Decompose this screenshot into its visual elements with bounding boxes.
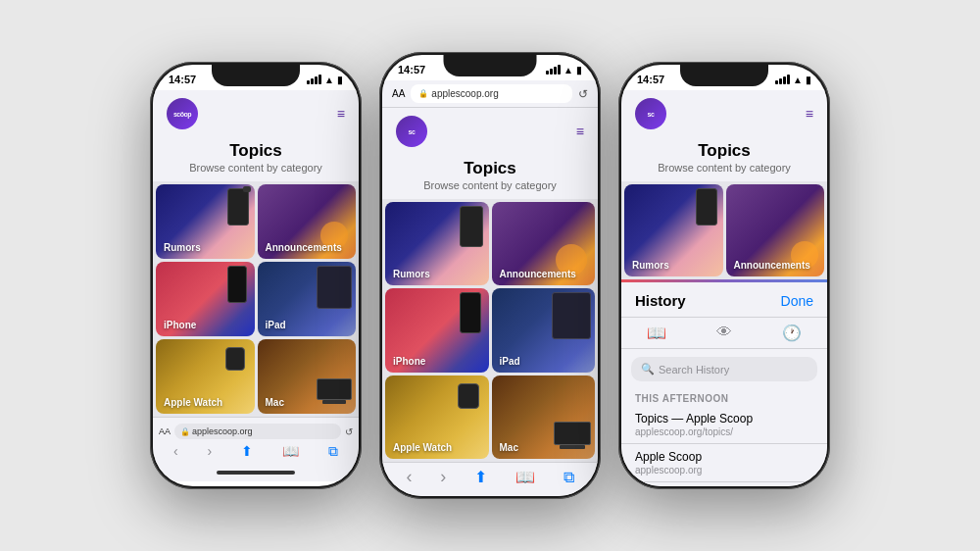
page-subtitle-1: Browse content by category bbox=[153, 162, 359, 174]
history-item-2[interactable]: about:blank about:blank bbox=[621, 482, 827, 486]
topic-card-rumors-1[interactable]: Rumors bbox=[156, 184, 255, 259]
topic-card-announcements-2[interactable]: Announcements bbox=[492, 202, 596, 285]
battery-icon-2: ▮ bbox=[576, 65, 582, 75]
app-logo-2: sc bbox=[396, 116, 427, 147]
topic-card-mac-2[interactable]: Mac bbox=[492, 376, 596, 459]
url-text-1: applescoop.org bbox=[192, 426, 253, 436]
topic-card-announcements-3[interactable]: Announcements bbox=[726, 184, 825, 276]
menu-icon-3[interactable]: ≡ bbox=[806, 106, 813, 122]
lock-icon-2: 🔒 bbox=[418, 89, 428, 98]
page-subtitle-2: Browse content by category bbox=[382, 179, 598, 191]
url-bar-1[interactable]: 🔒 applescoop.org bbox=[174, 424, 341, 439]
forward-icon-1[interactable]: › bbox=[208, 443, 213, 460]
topic-card-applewatch-1[interactable]: Apple Watch bbox=[156, 339, 255, 414]
history-done-button[interactable]: Done bbox=[781, 293, 813, 309]
back-icon-2[interactable]: ‹ bbox=[406, 467, 412, 487]
history-search[interactable]: 🔍 Search History bbox=[631, 357, 817, 381]
topic-label-iphone-1: iPhone bbox=[164, 320, 196, 330]
page-title-section-1: Topics Browse content by category bbox=[153, 137, 359, 181]
topic-card-ipad-1[interactable]: iPad bbox=[258, 262, 357, 336]
home-indicator-2 bbox=[382, 491, 598, 496]
topic-card-iphone-2[interactable]: iPhone bbox=[385, 288, 489, 372]
bottom-bar-1: AA 🔒 applescoop.org ↺ ‹ › ⬆ 📖 ⧉ bbox=[153, 417, 359, 464]
topic-card-rumors-2[interactable]: Rumors bbox=[385, 202, 489, 285]
app-header-2: sc ≡ bbox=[382, 108, 598, 155]
page-title-2: Topics bbox=[382, 159, 598, 178]
lock-icon-1: 🔒 bbox=[180, 427, 190, 436]
phone-1: 14:57 ▲ ▮ scöop ≡ bbox=[150, 62, 362, 489]
page-title-section-3: Topics Browse content by category bbox=[621, 137, 827, 181]
history-item-title-1: Apple Scoop bbox=[635, 450, 813, 464]
url-text-2: applescoop.org bbox=[431, 88, 498, 99]
topic-card-rumors-3[interactable]: Rumors bbox=[624, 184, 723, 276]
page-title-1: Topics bbox=[153, 141, 359, 161]
topic-label-rumors-3: Rumors bbox=[632, 260, 669, 271]
topic-card-mac-1[interactable]: Mac bbox=[258, 339, 357, 414]
safari-url-bar-2[interactable]: 🔒 applescoop.org bbox=[411, 84, 572, 103]
page-title-section-2: Topics Browse content by category bbox=[382, 155, 598, 199]
history-section-header: This Afternoon bbox=[621, 389, 827, 406]
forward-icon-2[interactable]: › bbox=[440, 467, 446, 487]
time-3: 14:57 bbox=[637, 74, 664, 85]
notch-3 bbox=[680, 65, 768, 86]
history-tabs: 📖 👁 🕐 bbox=[621, 318, 827, 349]
bookmarks-icon-2[interactable]: 📖 bbox=[515, 468, 535, 486]
bookmarks-icon-1[interactable]: 📖 bbox=[282, 443, 299, 460]
menu-icon-1[interactable]: ≡ bbox=[337, 106, 345, 122]
back-icon-1[interactable]: ‹ bbox=[173, 443, 178, 460]
topic-label-ipad-1: iPad bbox=[266, 320, 286, 330]
wifi-icon-1: ▲ bbox=[324, 75, 334, 85]
safari-header-2: AA 🔒 applescoop.org ↺ bbox=[382, 80, 598, 108]
battery-icon-1: ▮ bbox=[337, 75, 343, 85]
topic-label-announcements-3: Announcements bbox=[734, 260, 810, 271]
history-item-url-0: applescoop.org/topics/ bbox=[635, 426, 813, 437]
notch-1 bbox=[212, 65, 300, 86]
bottom-icons-1: ‹ › ⬆ 📖 ⧉ bbox=[159, 443, 353, 460]
history-item-0[interactable]: Topics — Apple Scoop applescoop.org/topi… bbox=[621, 406, 827, 444]
app-header-1: scöop ≡ bbox=[153, 90, 359, 137]
signal-icon-3 bbox=[775, 75, 790, 84]
topic-label-ipad-2: iPad bbox=[500, 356, 520, 367]
time-1: 14:57 bbox=[169, 74, 196, 85]
search-icon: 🔍 bbox=[641, 363, 655, 376]
topic-card-iphone-1[interactable]: iPhone bbox=[156, 262, 255, 336]
topics-grid-1: Rumors Announcements iPhone iPad bbox=[153, 181, 359, 417]
history-panel: History Done 📖 👁 🕐 🔍 Search History This… bbox=[621, 282, 827, 486]
reload-icon-1[interactable]: ↺ bbox=[345, 426, 353, 437]
topic-card-ipad-2[interactable]: iPad bbox=[492, 288, 596, 372]
time-2: 14:57 bbox=[398, 64, 425, 75]
history-header: History Done bbox=[621, 282, 827, 318]
reload-icon-2[interactable]: ↺ bbox=[578, 87, 588, 101]
reading-list-tab-icon[interactable]: 👁 bbox=[716, 324, 732, 342]
topic-card-announcements-1[interactable]: Announcements bbox=[258, 184, 357, 259]
topic-label-announcements-1: Announcements bbox=[266, 242, 342, 253]
history-item-url-1: applescoop.org bbox=[635, 465, 813, 476]
topic-label-rumors-1: Rumors bbox=[164, 242, 201, 253]
share-icon-2[interactable]: ⬆ bbox=[474, 468, 487, 486]
history-item-1[interactable]: Apple Scoop applescoop.org bbox=[621, 444, 827, 482]
page-title-3: Topics bbox=[621, 141, 827, 161]
aa-label-1[interactable]: AA bbox=[159, 426, 171, 436]
phone-3: 14:57 ▲ ▮ sc ≡ bbox=[618, 62, 830, 489]
share-icon-1[interactable]: ⬆ bbox=[241, 443, 253, 460]
wifi-icon-2: ▲ bbox=[564, 65, 573, 75]
topic-label-mac-1: Mac bbox=[266, 397, 284, 408]
wifi-icon-3: ▲ bbox=[793, 75, 803, 85]
topic-label-iphone-2: iPhone bbox=[393, 356, 425, 367]
phones-container: 14:57 ▲ ▮ scöop ≡ bbox=[121, 0, 859, 551]
notch-2 bbox=[444, 55, 537, 76]
history-item-title-0: Topics — Apple Scoop bbox=[635, 412, 813, 426]
topic-label-rumors-2: Rumors bbox=[393, 269, 430, 279]
status-icons-3: ▲ ▮ bbox=[775, 75, 811, 85]
battery-icon-3: ▮ bbox=[806, 75, 811, 85]
safari-aa-2[interactable]: AA bbox=[392, 88, 405, 99]
tabs-icon-1[interactable]: ⧉ bbox=[328, 443, 338, 460]
status-icons-2: ▲ ▮ bbox=[546, 65, 582, 75]
topic-card-applewatch-2[interactable]: Apple Watch bbox=[385, 376, 489, 459]
tabs-icon-2[interactable]: ⧉ bbox=[564, 469, 574, 486]
topic-label-applewatch-2: Apple Watch bbox=[393, 442, 452, 453]
menu-icon-2[interactable]: ≡ bbox=[576, 124, 584, 139]
bottom-bar-2: ‹ › ⬆ 📖 ⧉ bbox=[382, 462, 598, 491]
bookmarks-tab-icon[interactable]: 📖 bbox=[647, 324, 666, 342]
history-tab-icon[interactable]: 🕐 bbox=[782, 324, 802, 342]
